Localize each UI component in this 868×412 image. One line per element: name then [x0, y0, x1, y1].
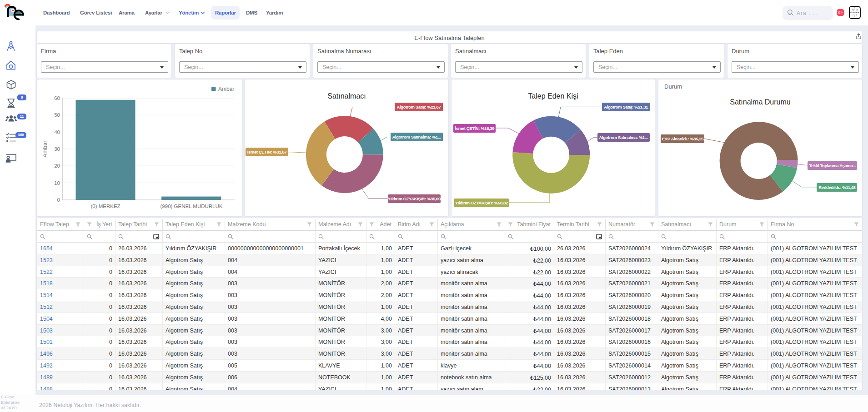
svg-text:40: 40 — [54, 129, 60, 135]
svg-text:(990) GENEL MUDURLUK: (990) GENEL MUDURLUK — [161, 204, 223, 209]
svg-text:30: 30 — [54, 146, 60, 152]
svg-text:10: 10 — [54, 180, 60, 186]
svg-text:50: 50 — [54, 112, 60, 118]
svg-text:20: 20 — [54, 163, 60, 169]
svg-text:0: 0 — [57, 197, 60, 203]
svg-text:Ambar: Ambar — [42, 141, 48, 158]
svg-text:ALGOTROM: ALGOTROM — [850, 12, 859, 14]
svg-text:60: 60 — [54, 95, 60, 101]
svg-text:(0) MERKEZ: (0) MERKEZ — [90, 204, 120, 209]
svg-text:Ambar: Ambar — [218, 86, 234, 92]
